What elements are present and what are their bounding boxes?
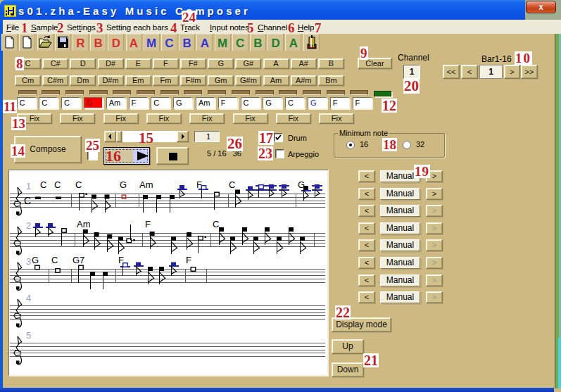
- svg-text:C: C: [40, 179, 46, 190]
- svg-text:G7: G7: [73, 255, 84, 265]
- svg-text:G: G: [120, 179, 127, 190]
- svg-text:F: F: [186, 255, 191, 265]
- svg-text:2: 2: [26, 220, 31, 231]
- svg-text:C: C: [75, 179, 82, 190]
- svg-text:Am: Am: [139, 179, 153, 190]
- svg-text:C: C: [24, 195, 31, 206]
- svg-text:3: 3: [26, 256, 31, 267]
- svg-text:Am: Am: [77, 219, 91, 229]
- svg-text:1: 1: [26, 181, 31, 191]
- svg-text:F: F: [145, 219, 151, 229]
- svg-text:4: 4: [26, 293, 31, 303]
- svg-text:G: G: [32, 255, 39, 265]
- svg-text:C: C: [54, 179, 61, 190]
- svg-text:C: C: [229, 179, 235, 190]
- svg-text:C: C: [213, 219, 219, 229]
- svg-text:C: C: [51, 255, 58, 265]
- svg-text:5: 5: [26, 330, 31, 341]
